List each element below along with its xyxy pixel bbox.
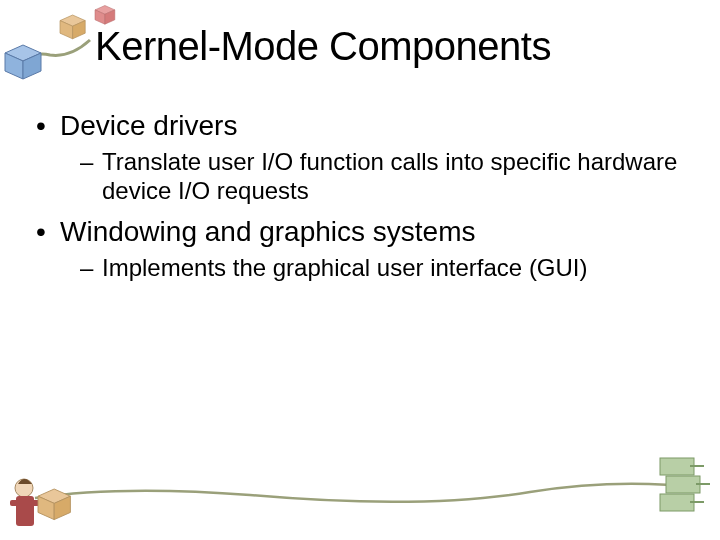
slide-content: Device drivers Translate user I/O functi… (36, 110, 684, 292)
svg-rect-11 (10, 500, 20, 506)
decorative-art-bottom (0, 440, 720, 540)
svg-rect-17 (666, 476, 700, 493)
svg-rect-18 (660, 494, 694, 511)
slide-title: Kernel-Mode Components (95, 24, 551, 69)
svg-rect-16 (660, 458, 694, 475)
bullet-level1: Windowing and graphics systems (36, 216, 684, 248)
slide: Kernel-Mode Components Device drivers Tr… (0, 0, 720, 540)
bullet-level1: Device drivers (36, 110, 684, 142)
bullet-level2: Implements the graphical user interface … (36, 254, 684, 283)
bullet-level2: Translate user I/O function calls into s… (36, 148, 684, 206)
